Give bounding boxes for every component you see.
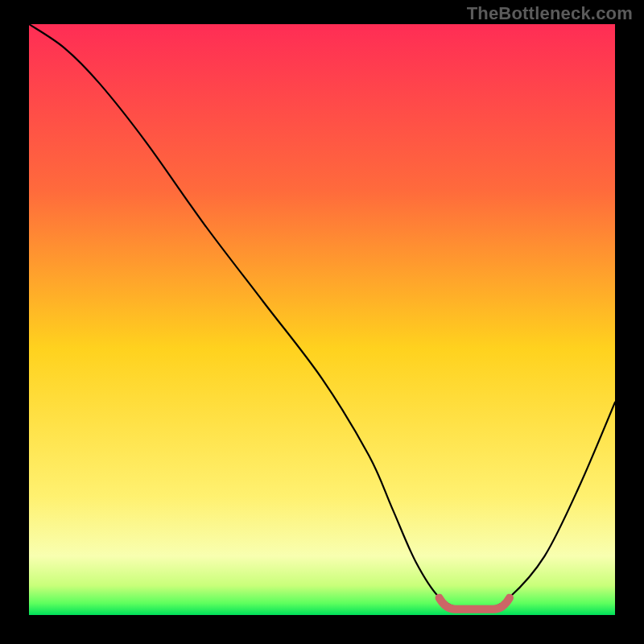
gradient-background	[29, 24, 615, 615]
bottleneck-plot	[29, 24, 615, 615]
watermark-text: TheBottleneck.com	[467, 3, 633, 24]
chart-frame: TheBottleneck.com	[0, 0, 644, 644]
